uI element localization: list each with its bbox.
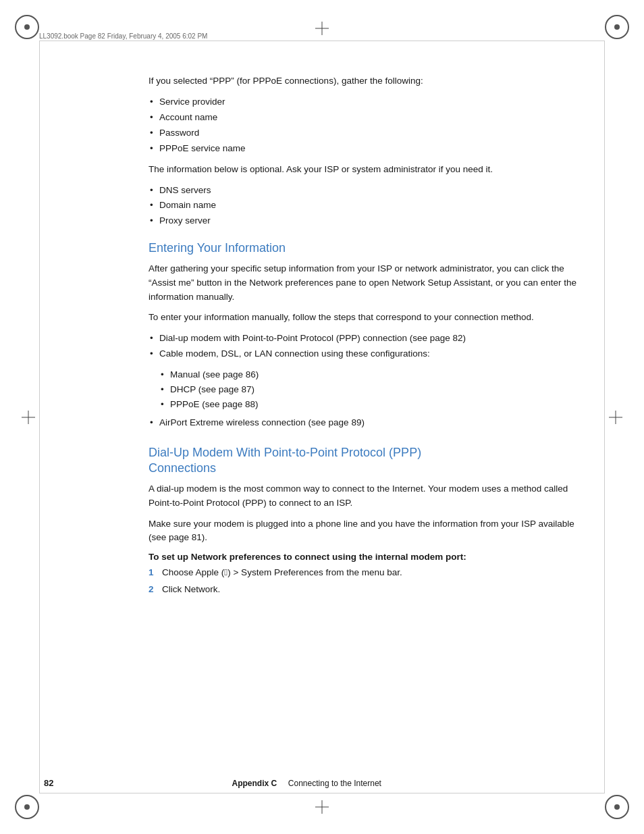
ppp-intro-block: If you selected “PPP” (for PPPoE connect… — [149, 74, 590, 228]
footer-label: Appendix C — [232, 779, 277, 788]
section1-bullet-2: Cable modem, DSL, or LAN connection usin… — [149, 347, 590, 361]
ppp-bullet-3: Password — [149, 126, 590, 140]
ppp-intro-text: If you selected “PPP” (for PPPoE connect… — [149, 74, 590, 88]
step-1-number: 1 — [149, 566, 158, 580]
corner-mark-top-right — [605, 15, 629, 39]
section1-para1: After gathering your specific setup info… — [149, 262, 590, 305]
page-number: 82 — [44, 778, 53, 788]
section1-bullet-last: AirPort Extreme wireless connection (see… — [149, 416, 590, 430]
ppp-bullet-2: Account name — [149, 111, 590, 125]
section1-sub-bullet-3: PPPoE (see page 88) — [159, 398, 590, 412]
section2-heading-line2: Connections — [149, 461, 216, 475]
border-right — [604, 41, 605, 793]
section2-heading: Dial-Up Modem With Point-to-Point Protoc… — [149, 445, 590, 477]
border-bottom — [39, 793, 605, 793]
ppp-bullets-list: Service provider Account name Password P… — [149, 95, 590, 156]
section1-bullet-1: Dial-up modem with Point-to-Point Protoc… — [149, 332, 590, 346]
corner-mark-bottom-left — [15, 795, 39, 819]
section-entering-info: Entering Your Information After gatherin… — [149, 240, 590, 430]
section1-para2: To enter your information manually, foll… — [149, 311, 590, 325]
footer-subtitle: Connecting to the Internet — [288, 779, 381, 788]
optional-text: The information below is optional. Ask y… — [149, 163, 590, 177]
section1-last-bullet: AirPort Extreme wireless connection (see… — [149, 416, 590, 430]
optional-bullets-list: DNS servers Domain name Proxy server — [149, 184, 590, 229]
optional-bullet-2: Domain name — [149, 199, 590, 213]
border-left — [39, 41, 40, 793]
footer-text: Appendix C Connecting to the Internet — [232, 779, 381, 788]
section-dialup: Dial-Up Modem With Point-to-Point Protoc… — [149, 445, 590, 597]
section1-sub-bullet-1: Manual (see page 86) — [159, 368, 590, 382]
section2-para2: Make sure your modem is plugged into a p… — [149, 517, 590, 546]
section1-bullets: Dial-up modem with Point-to-Point Protoc… — [149, 332, 590, 361]
border-top — [39, 41, 605, 41]
section1-sub-bullets: Manual (see page 86) DHCP (see page 87) … — [159, 368, 590, 412]
corner-mark-bottom-right — [605, 795, 629, 819]
step-2: 2 Click Network. — [149, 583, 590, 597]
section2-para1: A dial-up modem is the most common way t… — [149, 482, 590, 511]
ppp-bullet-4: PPPoE service name — [149, 142, 590, 156]
optional-bullet-3: Proxy server — [149, 214, 590, 228]
section1-heading: Entering Your Information — [149, 240, 590, 256]
ppp-bullet-1: Service provider — [149, 95, 590, 109]
section2-heading-line1: Dial-Up Modem With Point-to-Point Protoc… — [149, 446, 421, 459]
section1-sub-bullet-2: DHCP (see page 87) — [159, 383, 590, 397]
page-container: LL3092.book Page 82 Friday, February 4, … — [0, 0, 644, 834]
step-2-number: 2 — [149, 583, 158, 597]
corner-mark-top-left — [15, 15, 39, 39]
optional-bullet-1: DNS servers — [149, 184, 590, 198]
step-2-text: Click Network. — [162, 583, 220, 597]
footer: 82 Appendix C Connecting to the Internet — [0, 778, 644, 788]
section2-instruction: To set up Network preferences to connect… — [149, 552, 590, 562]
content-area: If you selected “PPP” (for PPPoE connect… — [149, 74, 590, 766]
step-1: 1 Choose Apple () > System Preferences … — [149, 566, 590, 580]
step-1-text: Choose Apple () > System Preferences fr… — [162, 566, 402, 580]
file-info: LL3092.book Page 82 Friday, February 4, … — [39, 32, 207, 40]
